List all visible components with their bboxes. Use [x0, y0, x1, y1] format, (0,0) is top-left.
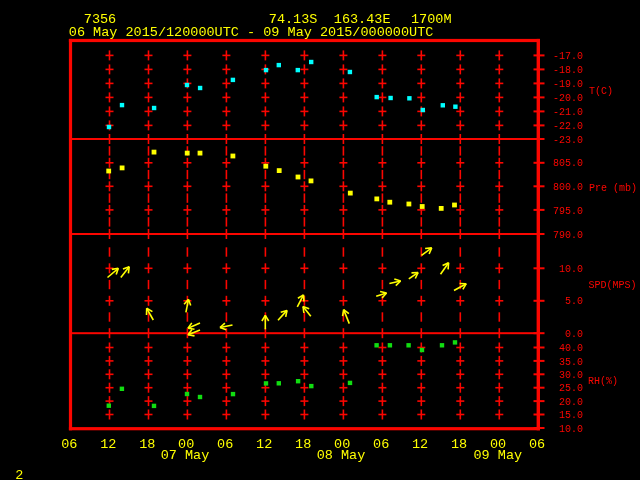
svg-text:18: 18 [139, 437, 155, 452]
svg-text:T(C): T(C) [589, 86, 613, 97]
svg-text:10.0: 10.0 [559, 424, 583, 435]
svg-text:-23.0: -23.0 [553, 135, 583, 146]
svg-text:12: 12 [256, 437, 272, 452]
svg-text:12: 12 [100, 437, 116, 452]
svg-text:06 May 2015/120000UTC - 09 May: 06 May 2015/120000UTC - 09 May 2015/0000… [69, 25, 434, 40]
svg-text:18: 18 [451, 437, 467, 452]
svg-text:06: 06 [217, 437, 233, 452]
svg-text:RH(%): RH(%) [588, 376, 618, 387]
svg-text:SPD(MPS): SPD(MPS) [589, 280, 637, 291]
svg-text:5.0: 5.0 [565, 296, 583, 307]
svg-text:-20.0: -20.0 [553, 93, 583, 104]
svg-text:-19.0: -19.0 [553, 79, 583, 90]
svg-text:07 May: 07 May [161, 448, 210, 463]
svg-text:790.0: 790.0 [553, 230, 583, 241]
svg-text:06: 06 [61, 437, 77, 452]
svg-text:2: 2 [15, 468, 23, 480]
svg-text:795.0: 795.0 [553, 206, 583, 217]
svg-text:-17.0: -17.0 [553, 51, 583, 62]
svg-text:20.0: 20.0 [559, 397, 583, 408]
svg-text:08 May: 08 May [317, 448, 366, 463]
svg-text:800.0: 800.0 [553, 182, 583, 193]
svg-text:0.0: 0.0 [565, 329, 583, 340]
svg-text:25.0: 25.0 [559, 383, 583, 394]
svg-text:10.0: 10.0 [559, 264, 583, 275]
svg-text:805.0: 805.0 [553, 158, 583, 169]
svg-text:15.0: 15.0 [559, 410, 583, 421]
svg-text:06: 06 [529, 437, 545, 452]
svg-text:Pre (mb): Pre (mb) [589, 183, 637, 194]
svg-text:12: 12 [412, 437, 428, 452]
svg-text:18: 18 [295, 437, 311, 452]
svg-text:-22.0: -22.0 [553, 121, 583, 132]
svg-text:-18.0: -18.0 [553, 65, 583, 76]
svg-text:35.0: 35.0 [559, 357, 583, 368]
svg-text:-21.0: -21.0 [553, 107, 583, 118]
svg-text:30.0: 30.0 [559, 370, 583, 381]
svg-text:09 May: 09 May [473, 448, 522, 463]
svg-text:06: 06 [373, 437, 389, 452]
svg-text:40.0: 40.0 [559, 343, 583, 354]
